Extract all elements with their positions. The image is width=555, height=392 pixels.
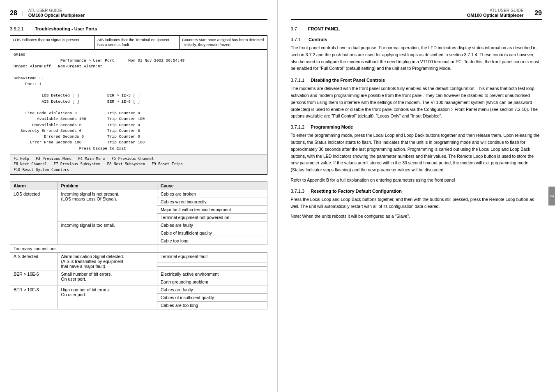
section-3-7-1-2-title: 3.7.1.2 Programming Mode <box>291 125 542 129</box>
left-header-titles: ATL USER GUIDE OM100 Optical Multiplexer <box>28 8 85 18</box>
section-3-7: 3.7 FRONT PANEL <box>291 26 542 31</box>
col-alarm: Alarm <box>10 182 58 190</box>
cause-ber3-3: Cables are too long <box>157 302 267 309</box>
left-header-left: 28 | ATL USER GUIDE OM100 Optical Multip… <box>10 8 85 18</box>
section-3-6-2-1-title: 3.6.2.1 Troubleshooting - User Ports <box>10 26 267 31</box>
right-header-titles: ATL USER GUIDE OM100 Optical Multiplexer <box>467 8 524 18</box>
alarm-ber6: BER > 10E-6 <box>10 270 58 286</box>
left-page: 28 | ATL USER GUIDE OM100 Optical Multip… <box>0 0 278 392</box>
table-row: AIS detected Alarm Indication Signal det… <box>10 253 267 263</box>
col-problem: Problem <box>58 182 157 190</box>
right-page-number: 29 <box>534 9 542 17</box>
table-row: BER > 10E-6 Small number of bit errors.O… <box>10 270 267 278</box>
right-page-header: ATL USER GUIDE OM100 Optical Multiplexer… <box>291 8 542 20</box>
right-guide-label: ATL USER GUIDE <box>467 8 524 13</box>
problem-los-2: Incoming signal is too small. <box>58 221 157 245</box>
section-3-7-1-1: 3.7.1.1 Disabling the Front Panel Contro… <box>291 78 542 120</box>
cause-ber6-2: Earth grounding problem <box>157 278 267 286</box>
section-3-7-title: 3.7 FRONT PANEL <box>291 26 542 31</box>
alarm-ber3: BER > 10E-3 <box>10 286 58 309</box>
cause-los-2-3: Cable too long <box>157 237 267 245</box>
problem-los-1: Incoming signal is not present.(LOS mean… <box>58 190 157 221</box>
annotation-2: AIS indicates that the Terminal equipmen… <box>95 36 180 49</box>
section-3-7-1-1-body: The modems are delivered with the front … <box>291 85 542 120</box>
cause-ber3-1: Cables are faulty <box>157 286 267 294</box>
side-tab: 3 <box>548 187 555 205</box>
cause-los-2-4: Too many connections <box>10 245 157 253</box>
section-3-7-1-3: 3.7.1.3 Resetting to Factory Default Con… <box>291 189 542 220</box>
cause-ber3-2: Cables of insufficient quality <box>157 294 267 302</box>
cause-los-1-3: Major fault within terminal equipment <box>157 206 267 214</box>
cause-los-1-2: Cables wired incorrectly <box>157 198 267 206</box>
cause-ais: Terminal equipment fault <box>157 253 267 263</box>
section-3-7-1-1-title: 3.7.1.1 Disabling the Front Panel Contro… <box>291 78 542 83</box>
section-3-7-1: 3.7.1 Controls The front panel controls … <box>291 37 542 72</box>
problem-ais: Alarm Indication Signal detected.(AIS is… <box>58 253 157 270</box>
section-3-7-1-2-body: To enter the programming mode, press the… <box>291 132 542 184</box>
terminal-annotations: LOS indicates that no signal is present … <box>10 36 267 50</box>
terminal-screen: OM100 Performance > User Port Mon 01 Nov… <box>10 50 267 154</box>
cause-ais-2 <box>157 263 267 267</box>
cause-ber6-1: Electrically active environment <box>157 270 267 278</box>
alarm-los: LOS detected <box>10 190 58 245</box>
cause-ais-3 <box>157 267 267 270</box>
cause-los-1-4: Terminal equipment not powered on <box>157 214 267 221</box>
section-3-7-1-body: The front panel controls have a dual pur… <box>291 44 542 72</box>
section-3-6-2-1: 3.6.2.1 Troubleshooting - User Ports LOS… <box>10 26 267 309</box>
terminal-display: LOS indicates that no signal is present … <box>10 35 267 175</box>
problem-ber3: High number of bit errors.On user port. <box>58 286 157 309</box>
table-row: BER > 10E-3 High number of bit errors.On… <box>10 286 267 294</box>
right-header-right: ATL USER GUIDE OM100 Optical Multiplexer… <box>467 8 542 18</box>
left-page-header: 28 | ATL USER GUIDE OM100 Optical Multip… <box>10 8 267 20</box>
left-product-label: OM100 Optical Multiplexer <box>28 13 85 18</box>
left-guide-label: ATL USER GUIDE <box>28 8 85 13</box>
section-3-7-1-title: 3.7.1 Controls <box>291 37 542 42</box>
cause-los-2-1: Cables are faulty <box>157 221 267 229</box>
alarm-table: Alarm Problem Cause LOS detected Incomin… <box>10 181 267 309</box>
problem-ber6: Small number of bit errors.On user port. <box>58 270 157 286</box>
table-row: Too many connections <box>10 245 267 253</box>
table-row: LOS detected Incoming signal is not pres… <box>10 190 267 198</box>
section-3-7-1-2: 3.7.1.2 Programming Mode To enter the pr… <box>291 125 542 184</box>
annotation-3: Counters start once a signal has been de… <box>180 36 267 49</box>
terminal-footer-content: F1 Help F3 Previous Menu F4 Main Menu F5… <box>14 156 264 173</box>
terminal-content: OM100 Performance > User Port Mon 01 Nov… <box>14 52 264 152</box>
cause-los-1-1: Cables are broken <box>157 190 267 198</box>
section-3-7-1-3-title: 3.7.1.3 Resetting to Factory Default Con… <box>291 189 542 194</box>
right-page: ATL USER GUIDE OM100 Optical Multiplexer… <box>278 0 555 392</box>
terminal-footer: F1 Help F3 Previous Menu F4 Main Menu F5… <box>10 154 267 175</box>
right-product-label: OM100 Optical Multiplexer <box>467 13 524 18</box>
left-page-number: 28 <box>10 9 17 17</box>
col-cause: Cause <box>157 182 267 190</box>
cause-los-2-2: Cable of insufficient quality <box>157 229 267 237</box>
alarm-ais: AIS detected <box>10 253 58 270</box>
section-3-7-1-3-body: Press the Local Loop and Loop Back butto… <box>291 196 542 220</box>
annotation-1: LOS indicates that no signal is present <box>10 36 95 49</box>
